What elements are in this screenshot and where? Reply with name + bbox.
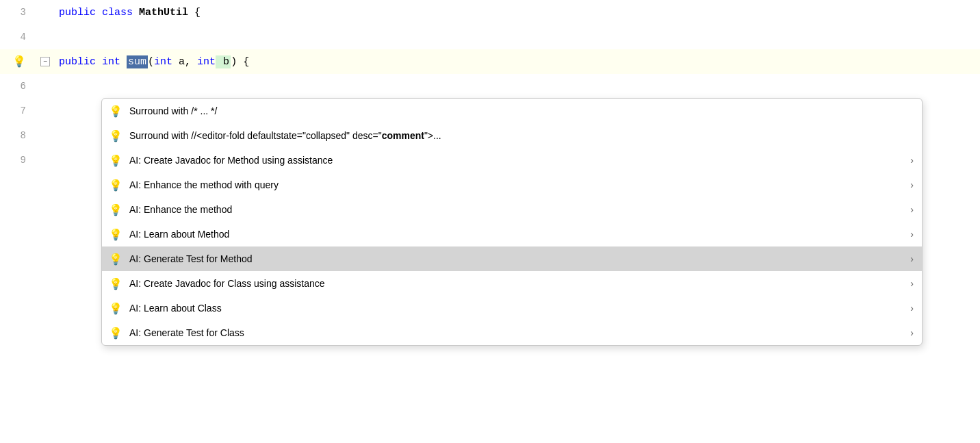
line-number-7: 7 bbox=[0, 99, 34, 123]
code-line-5: 💡 − public int sum(int a, int b) { bbox=[0, 49, 980, 74]
chevron-icon-4: › bbox=[910, 204, 914, 215]
bulb-icon-6: 💡 bbox=[109, 253, 124, 266]
menu-item-ai-generate-test-class[interactable]: 💡 AI: Generate Test for Class › bbox=[102, 320, 922, 345]
classname: MathUtil bbox=[139, 7, 188, 18]
context-menu: 💡 Surround with /* ... */ 💡 Surround wit… bbox=[101, 98, 923, 346]
chevron-icon-9: › bbox=[910, 327, 914, 338]
bulb-icon-2: 💡 bbox=[109, 154, 124, 167]
line-number-3: 3 bbox=[0, 0, 34, 25]
chevron-icon-2: › bbox=[910, 155, 914, 166]
brace-open: { bbox=[188, 7, 201, 18]
menu-label-4: AI: Enhance the method bbox=[129, 204, 910, 215]
space-a: a, bbox=[172, 56, 197, 68]
gutter-4 bbox=[34, 25, 56, 49]
bulb-icon-8: 💡 bbox=[109, 302, 124, 315]
param-b: b bbox=[216, 55, 231, 68]
editor-area: 3 public class MathUtil { 4 💡 − public i… bbox=[0, 0, 980, 443]
menu-label-5: AI: Learn about Method bbox=[129, 229, 910, 240]
line-number-9: 9 bbox=[0, 148, 34, 173]
type-int-b: int bbox=[197, 56, 216, 68]
menu-item-ai-enhance-query[interactable]: 💡 AI: Enhance the method with query › bbox=[102, 173, 922, 197]
bulb-icon-4: 💡 bbox=[109, 203, 124, 216]
menu-label-2: AI: Create Javadoc for Method using assi… bbox=[129, 155, 910, 166]
line-number-8: 8 bbox=[0, 123, 34, 148]
code-line-6: 6 bbox=[0, 74, 980, 99]
menu-item-ai-javadoc-class[interactable]: 💡 AI: Create Javadoc for Class using ass… bbox=[102, 271, 922, 296]
line-number-4: 4 bbox=[0, 25, 34, 49]
code-content-4 bbox=[56, 31, 980, 43]
paren-close: ) { bbox=[231, 56, 249, 68]
code-line-3: 3 public class MathUtil { bbox=[0, 0, 980, 25]
menu-label-6: AI: Generate Test for Method bbox=[129, 253, 910, 264]
paren-open: ( bbox=[148, 56, 154, 68]
bulb-icon-7: 💡 bbox=[109, 277, 124, 290]
menu-label-8: AI: Learn about Class bbox=[129, 303, 910, 314]
chevron-icon-8: › bbox=[910, 303, 914, 314]
menu-label-7: AI: Create Javadoc for Class using assis… bbox=[129, 278, 910, 289]
menu-item-surround-fold[interactable]: 💡 Surround with //<editor-fold defaultst… bbox=[102, 123, 922, 148]
keyword-public: public bbox=[59, 7, 102, 18]
gutter-9 bbox=[34, 148, 56, 173]
kw-public: public bbox=[59, 56, 102, 68]
collapse-button[interactable]: − bbox=[40, 57, 50, 66]
menu-item-ai-enhance[interactable]: 💡 AI: Enhance the method › bbox=[102, 197, 922, 222]
line-number-5: 💡 bbox=[0, 49, 34, 74]
chevron-icon-7: › bbox=[910, 278, 914, 289]
gutter-3 bbox=[34, 0, 56, 25]
code-content-3: public class MathUtil { bbox=[56, 7, 980, 18]
gutter-5[interactable]: − bbox=[34, 49, 56, 74]
code-content-5: public int sum(int a, int b) { bbox=[56, 55, 980, 68]
type-int-a: int bbox=[154, 56, 172, 68]
chevron-icon-5: › bbox=[910, 229, 914, 240]
bulb-icon-0: 💡 bbox=[109, 105, 124, 118]
menu-label-0: Surround with /* ... */ bbox=[129, 105, 914, 116]
gutter-8 bbox=[34, 123, 56, 148]
menu-label-9: AI: Generate Test for Class bbox=[129, 327, 910, 338]
menu-label-1: Surround with //<editor-fold defaultstat… bbox=[129, 130, 914, 141]
gutter-7 bbox=[34, 99, 56, 123]
chevron-icon-3: › bbox=[910, 179, 914, 190]
bulb-icon-1: 💡 bbox=[109, 129, 124, 142]
bulb-gutter-icon[interactable]: 💡 bbox=[12, 55, 26, 68]
line-number-6: 6 bbox=[0, 74, 34, 99]
code-content-6 bbox=[56, 81, 980, 92]
chevron-icon-6: › bbox=[910, 253, 914, 264]
type-int: int bbox=[102, 56, 127, 68]
menu-label-3: AI: Enhance the method with query bbox=[129, 179, 910, 190]
menu-item-ai-learn-class[interactable]: 💡 AI: Learn about Class › bbox=[102, 296, 922, 320]
menu-item-ai-generate-test-method[interactable]: 💡 AI: Generate Test for Method › bbox=[102, 246, 922, 271]
code-line-4: 4 bbox=[0, 25, 980, 49]
menu-item-ai-learn-method[interactable]: 💡 AI: Learn about Method › bbox=[102, 222, 922, 246]
menu-item-ai-javadoc-method[interactable]: 💡 AI: Create Javadoc for Method using as… bbox=[102, 148, 922, 173]
bulb-icon-5: 💡 bbox=[109, 228, 124, 241]
bulb-icon-9: 💡 bbox=[109, 327, 124, 340]
selected-sum: sum bbox=[127, 55, 148, 68]
gutter-6 bbox=[34, 74, 56, 99]
menu-item-surround-comment[interactable]: 💡 Surround with /* ... */ bbox=[102, 99, 922, 123]
keyword-class: class bbox=[102, 7, 139, 18]
bulb-icon-3: 💡 bbox=[109, 179, 124, 192]
